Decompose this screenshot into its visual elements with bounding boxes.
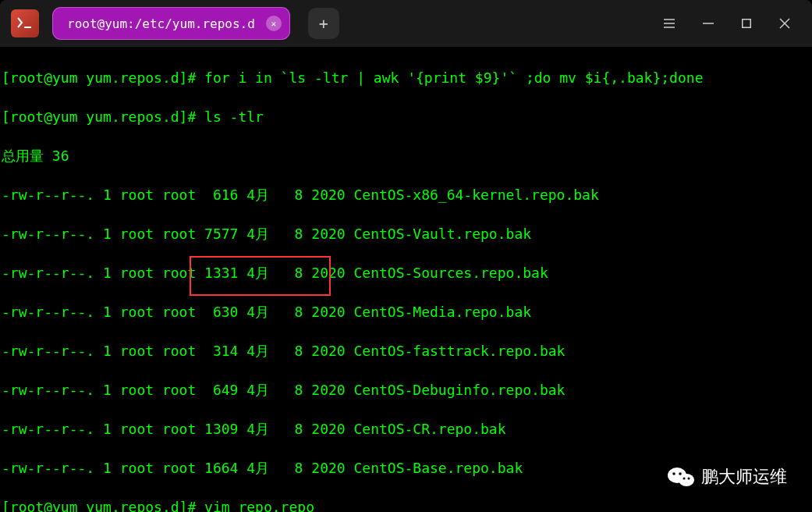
svg-point-12 [683,478,686,480]
wechat-icon [667,466,695,488]
terminal-output[interactable]: [root@yum yum.repos.d]# for i in `ls -lt… [0,47,812,512]
svg-point-13 [688,478,690,480]
window-controls [664,18,806,29]
terminal-line: -rw-r--r--. 1 root root 616 4月 8 2020 Ce… [2,185,810,204]
menu-icon[interactable] [664,19,675,28]
terminal-line: -rw-r--r--. 1 root root 649 4月 8 2020 Ce… [2,380,810,400]
title-bar: root@yum:/etc/yum.repos.d ✕ + [0,0,812,47]
terminal-line: [root@yum yum.repos.d]# for i in `ls -lt… [2,68,810,87]
new-tab-button[interactable]: + [308,8,339,39]
terminal-line: 总用量 36 [2,146,810,165]
terminal-line: -rw-r--r--. 1 root root 1331 4月 8 2020 C… [2,263,810,283]
terminal-line: [root@yum yum.repos.d]# ls -tlr [2,107,810,126]
minimize-button[interactable] [703,18,714,29]
terminal-app-icon [11,9,39,37]
watermark: 鹏大师运维 [667,465,787,489]
terminal-line: -rw-r--r--. 1 root root 314 4月 8 2020 Ce… [2,341,810,361]
maximize-button[interactable] [742,19,751,28]
close-button[interactable] [779,18,790,29]
watermark-text: 鹏大师运维 [701,465,787,489]
terminal-line: [root@yum yum.repos.d]# vim repo.repo [2,497,810,512]
terminal-line: -rw-r--r--. 1 root root 630 4月 8 2020 Ce… [2,302,810,322]
terminal-line: -rw-r--r--. 1 root root 7577 4月 8 2020 C… [2,224,810,244]
tab-title: root@yum:/etc/yum.repos.d [67,16,255,31]
svg-point-11 [679,472,682,475]
tab-active[interactable]: root@yum:/etc/yum.repos.d ✕ [53,8,289,39]
svg-rect-5 [743,20,751,28]
svg-point-10 [672,472,675,475]
tab-close-button[interactable]: ✕ [266,16,282,31]
terminal-line: -rw-r--r--. 1 root root 1309 4月 8 2020 C… [2,419,810,439]
svg-point-9 [679,474,694,486]
